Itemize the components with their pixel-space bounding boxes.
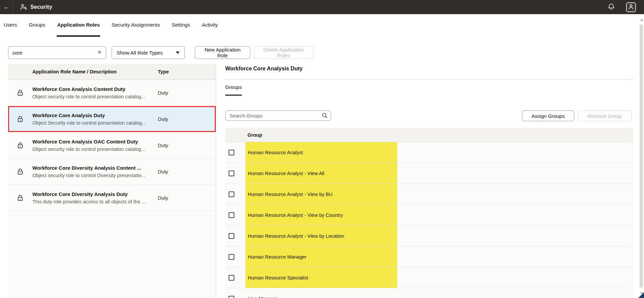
vertical-scrollbar[interactable] bbox=[639, 14, 644, 298]
roles-toolbar: × Show All Role Types New Application Ro… bbox=[0, 46, 644, 59]
role-type: Duty bbox=[158, 169, 216, 174]
groups-table-header: Group bbox=[225, 128, 633, 142]
lock-icon bbox=[8, 142, 32, 149]
role-type: Duty bbox=[158, 142, 216, 148]
group-row: Human Resource Manager bbox=[225, 246, 633, 267]
page-title: Security bbox=[30, 4, 52, 10]
group-checkbox[interactable] bbox=[229, 191, 234, 197]
role-row[interactable]: Workforce Core Diversity Analysis Conten… bbox=[8, 159, 216, 185]
group-row: Human Resource Analyst bbox=[225, 142, 633, 163]
roles-table-header: Application Role Name / Description Type bbox=[8, 64, 216, 80]
role-type: Duty bbox=[158, 116, 216, 122]
role-name: Workforce Core Diversity Analysis Duty bbox=[32, 191, 158, 197]
role-type: Duty bbox=[158, 90, 216, 96]
search-icon bbox=[322, 112, 328, 120]
application-roles-table: Application Role Name / Description Type… bbox=[8, 64, 216, 298]
notifications-button[interactable] bbox=[608, 3, 615, 11]
group-name: Human Resource Specialist bbox=[245, 267, 397, 288]
group-checkbox[interactable] bbox=[229, 170, 234, 176]
back-button[interactable]: ← bbox=[0, 0, 13, 14]
role-detail-panel: Workforce Core Analysis Duty Groups Assi… bbox=[225, 64, 633, 298]
role-description: Object security role to control presenta… bbox=[32, 94, 158, 99]
role-description: Object security role to control Diversit… bbox=[32, 173, 158, 178]
role-name: Workforce Core Diversity Analysis Conten… bbox=[32, 165, 158, 171]
role-description: Object security role to control presenta… bbox=[32, 146, 158, 152]
group-name: Human Resource Analyst - View by Country bbox=[245, 205, 397, 225]
column-group: Group bbox=[247, 132, 262, 138]
assign-groups-button[interactable]: Assign Groups bbox=[522, 110, 574, 121]
group-name: Human Resource Analyst - View by BU bbox=[245, 184, 397, 204]
group-row: Line Manager bbox=[225, 288, 633, 298]
role-row[interactable]: Workforce Core Diversity Analysis Duty T… bbox=[8, 185, 216, 211]
group-row: Human Resource Analyst - View by Locatio… bbox=[225, 226, 633, 246]
group-row: Human Resource Analyst - View All bbox=[225, 163, 633, 184]
remove-group-button: Remove Group bbox=[578, 110, 632, 121]
scroll-up-icon[interactable] bbox=[640, 19, 643, 21]
tab-security-assignments[interactable]: Security Assignments bbox=[111, 14, 160, 37]
user-avatar-button[interactable] bbox=[626, 2, 636, 12]
header-divider bbox=[13, 0, 13, 14]
role-description: Object Security role to control presenta… bbox=[32, 120, 158, 126]
tab-groups[interactable]: Groups bbox=[28, 14, 46, 37]
person-icon bbox=[628, 3, 634, 11]
role-name: Workforce Core Analysis Content Duty bbox=[32, 86, 158, 92]
group-checkbox[interactable] bbox=[229, 254, 234, 260]
column-role-name: Application Role Name / Description bbox=[32, 69, 158, 74]
header-actions bbox=[608, 2, 636, 12]
tab-users[interactable]: Users bbox=[3, 14, 17, 37]
column-type: Type bbox=[158, 69, 216, 74]
security-key-icon bbox=[20, 4, 27, 10]
group-row: Human Resource Analyst - View by Country bbox=[225, 205, 633, 226]
role-type-dropdown[interactable]: Show All Role Types bbox=[112, 46, 185, 59]
tab-application-roles[interactable]: Application Roles bbox=[57, 14, 100, 37]
scrollbar-thumb[interactable] bbox=[640, 24, 643, 288]
group-name: Human Resource Manager bbox=[245, 246, 397, 267]
clear-search-icon[interactable]: × bbox=[96, 48, 103, 56]
group-row: Human Resource Analyst - View by BU bbox=[225, 184, 633, 205]
role-row[interactable]: Workforce Core Analysis OAC Content Duty… bbox=[8, 132, 216, 159]
group-checkbox[interactable] bbox=[229, 233, 234, 239]
lock-icon bbox=[8, 168, 32, 175]
lock-icon bbox=[8, 195, 32, 201]
security-console: ← Security bbox=[0, 0, 644, 298]
detail-divider bbox=[225, 79, 633, 79]
app-header: ← Security bbox=[0, 0, 644, 14]
role-search: × bbox=[8, 46, 106, 59]
role-type-selected: Show All Role Types bbox=[117, 50, 163, 56]
detail-title: Workforce Core Analysis Duty bbox=[225, 66, 302, 72]
tab-activity[interactable]: Activity bbox=[202, 14, 218, 37]
group-name: Human Resource Analyst - View by Locatio… bbox=[245, 226, 397, 246]
group-checkbox[interactable] bbox=[229, 150, 234, 155]
role-search-input[interactable] bbox=[8, 46, 106, 59]
tab-settings[interactable]: Settings bbox=[171, 14, 190, 37]
bell-icon bbox=[608, 3, 615, 11]
group-row: Human Resource Specialist bbox=[225, 267, 633, 288]
group-search bbox=[225, 110, 331, 121]
role-row[interactable]: Workforce Core Analysis Content Duty Obj… bbox=[8, 80, 216, 106]
role-name: Workforce Core Analysis Duty bbox=[32, 112, 158, 118]
delete-application-roles-button: Delete Application Roles bbox=[254, 46, 313, 59]
main-tabs: Users Groups Application Roles Security … bbox=[0, 14, 644, 37]
role-name: Workforce Core Analysis OAC Content Duty bbox=[32, 139, 158, 144]
role-description: This duty role provides access to all ob… bbox=[32, 199, 158, 204]
group-name: Human Resource Analyst - View All bbox=[245, 163, 397, 184]
groups-table: Group Human Resource Analyst Human Resou… bbox=[225, 128, 633, 298]
new-application-role-button[interactable]: New Application Role bbox=[195, 46, 250, 59]
lock-icon bbox=[8, 116, 32, 123]
group-checkbox[interactable] bbox=[229, 275, 234, 280]
group-search-input[interactable] bbox=[225, 110, 331, 121]
group-name: Human Resource Analyst bbox=[245, 142, 397, 163]
role-row-selected[interactable]: Workforce Core Analysis Duty Object Secu… bbox=[8, 106, 216, 132]
group-checkbox[interactable] bbox=[229, 296, 234, 298]
lock-icon bbox=[8, 90, 32, 96]
chevron-down-icon bbox=[176, 52, 180, 54]
role-type: Duty bbox=[158, 195, 216, 201]
detail-tab-groups[interactable]: Groups bbox=[225, 84, 242, 96]
group-checkbox[interactable] bbox=[229, 212, 234, 218]
group-name: Line Manager bbox=[245, 288, 397, 298]
